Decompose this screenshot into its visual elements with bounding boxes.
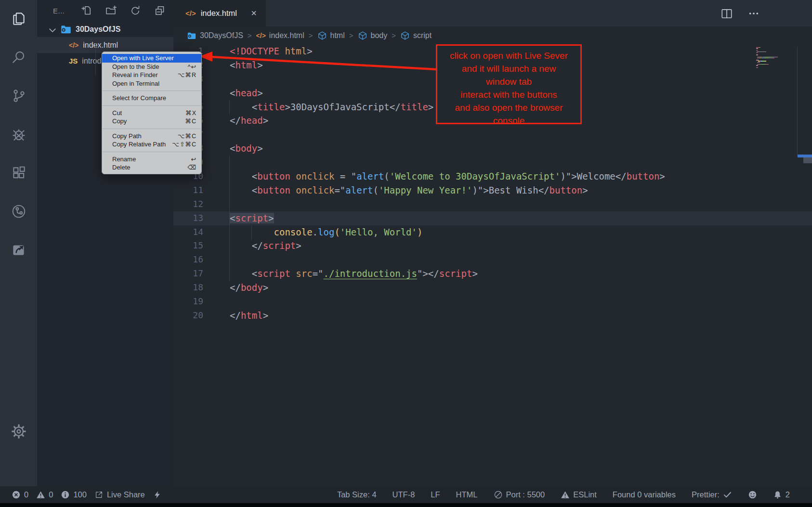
code-line[interactable]: 18</body> [173,281,812,295]
bell-icon [773,490,782,499]
status-item-0[interactable]: 0 [12,490,28,499]
line-number[interactable]: 15 [173,239,203,253]
status-item-smiley-icon[interactable] [748,490,757,499]
status-item-label: LF [431,490,440,499]
line-number[interactable]: 13 [173,211,203,225]
more-actions-icon[interactable] [747,7,760,20]
menu-item-delete[interactable]: Delete⌫ [102,163,201,172]
indent-guide [229,156,230,282]
breadcrumb-item-script[interactable]: script [400,31,432,40]
close-icon[interactable]: × [249,8,259,19]
menu-item-shortcut: ^↩ [188,63,196,70]
line-number[interactable]: 19 [173,295,203,309]
extensions-icon[interactable] [11,165,27,181]
new-file-icon[interactable] [80,5,92,16]
line-number[interactable]: 20 [173,309,203,323]
breadcrumb-item-body[interactable]: body [358,31,388,40]
menu-item-open-in-terminal[interactable]: Open in Terminal [102,79,201,88]
tab-index-html[interactable]: </> index.html × [173,0,266,26]
new-folder-icon[interactable] [105,5,117,16]
code-line[interactable]: 16 [173,253,812,267]
file-label: index.html [83,41,118,50]
status-item-found-0-variables[interactable]: Found 0 variables [613,490,676,499]
menu-separator [103,91,201,91]
search-icon[interactable] [11,49,27,65]
code-line[interactable]: 11 <button onclick="alert('Happy New Yea… [173,183,812,197]
breadcrumb-item-html[interactable]: html [317,31,345,40]
source-control-icon[interactable] [11,88,27,104]
menu-item-select-for-compare[interactable]: Select for Compare [102,94,201,103]
menu-item-open-with-live-server[interactable]: Open with Live Server [102,54,201,63]
split-editor-icon[interactable] [720,7,733,20]
status-item-live-share[interactable]: Live Share [94,490,145,499]
refresh-icon[interactable] [130,5,141,16]
collapse-all-icon[interactable] [154,5,166,16]
code-line-content: <title>30DaysOfJavaScript</title> [230,100,433,114]
line-number[interactable]: 18 [173,281,203,295]
breadcrumb-item-index.html[interactable]: </>index.html [256,31,304,40]
code-line-content: <html> [230,58,263,72]
code-line[interactable]: 8<body> [173,142,812,156]
breadcrumb-item-30DaysOfJS[interactable]: 30DaysOfJS [187,31,243,40]
line-number[interactable]: 12 [173,197,203,211]
code-line[interactable]: 19 [173,295,812,309]
line-number[interactable]: 16 [173,253,203,267]
status-item-eslint[interactable]: ESLint [561,490,597,499]
code-line[interactable]: 14 console.log('Hello, World') [173,225,812,239]
debug-icon[interactable] [11,126,27,143]
check-icon [723,490,732,499]
code-line[interactable]: 20</html> [173,309,812,323]
status-item-0[interactable]: 0 [36,490,53,499]
status-item-label: Tab Size: 4 [337,490,377,499]
tab-label: index.html [201,9,249,18]
cube-icon [358,31,367,40]
menu-item-rename[interactable]: Rename↩ [102,155,201,164]
menu-item-copy-relative-path[interactable]: Copy Relative Path⌥⇧⌘C [102,140,201,149]
status-item-100[interactable]: 100 [61,490,87,499]
code-line[interactable]: 7 [173,128,812,142]
status-bar: 00100Live Share Tab Size: 4UTF-8LFHTMLPo… [0,486,812,503]
status-item-tab-size-4[interactable]: Tab Size: 4 [337,490,377,499]
code-line[interactable]: 15 </script> [173,239,812,253]
code-line-content: </html> [230,309,268,323]
annotation-text: click on open with Live Sever [437,49,580,62]
explorer-icon[interactable] [11,11,27,27]
status-item-prettier[interactable]: Prettier: [692,490,732,499]
menu-item-label: Cut [112,109,185,117]
indent-guide [251,226,252,240]
menu-item-shortcut: ⌥⇧⌘C [172,141,196,148]
line-number[interactable]: 14 [173,225,203,239]
code-line[interactable]: 12 [173,197,812,211]
menu-item-copy-path[interactable]: Copy Path⌥⌘C [102,132,201,141]
sidebar-item-index-html[interactable]: </>index.html [37,37,173,53]
chevron-down-icon[interactable] [48,25,57,34]
status-item-label: 0 [24,490,28,499]
menu-item-cut[interactable]: Cut⌘X [102,109,201,117]
code-line[interactable]: 10 <button onclick = "alert('Welcome to … [173,169,812,183]
gear-icon[interactable] [10,423,27,440]
line-number[interactable]: 11 [173,183,203,197]
status-item-utf-8[interactable]: UTF-8 [393,490,415,499]
menu-item-shortcut: ⌘C [185,117,196,125]
code-line[interactable]: 13<script> [173,211,812,225]
status-item-html[interactable]: HTML [456,490,478,499]
menu-item-open-to-the-side[interactable]: Open to the Side^↩ [102,63,201,71]
share-arrow-icon[interactable] [11,242,27,258]
breadcrumb-label: html [330,31,345,40]
status-item-label: Prettier: [692,490,720,499]
sidebar-item-folder-30daysofjs[interactable]: 30DaysOfJS [37,21,173,37]
menu-item-copy[interactable]: Copy⌘C [102,117,201,126]
status-item-port-5500[interactable]: Port : 5500 [494,490,545,499]
scrollbar-thumb[interactable] [803,157,812,163]
minimap[interactable] [756,47,796,68]
status-item-lf[interactable]: LF [431,490,440,499]
status-item-2[interactable]: 2 [773,490,790,499]
status-item-label: 2 [786,490,790,499]
menu-item-reveal-in-finder[interactable]: Reveal in Finder⌥⌘R [102,71,201,79]
code-line[interactable]: 17 <script src="./introduction.js"></scr… [173,267,812,281]
line-number[interactable]: 17 [173,267,203,281]
cube-icon [317,31,327,40]
code-line[interactable]: 9 [173,156,812,169]
status-item-lightning-icon[interactable] [153,490,162,499]
branch-circle-icon[interactable] [11,203,27,220]
